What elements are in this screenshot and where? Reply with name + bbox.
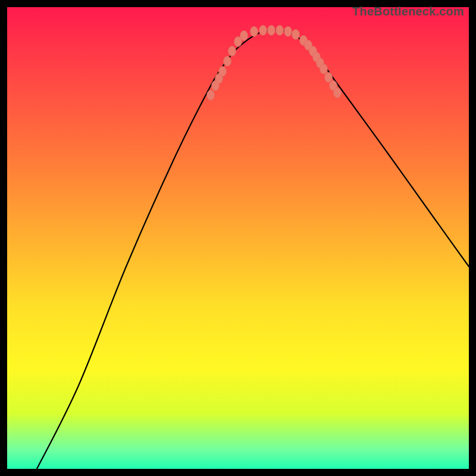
chart-frame: TheBottleneck.com [0,0,476,476]
curve-marker [259,26,267,36]
curve-marker [334,88,342,98]
curve-marker [320,64,328,74]
curve-marker [250,27,258,37]
curve-marker [240,31,248,41]
curve-marker [224,57,231,67]
curve-marker [284,27,292,37]
bottleneck-curve-line [37,30,469,469]
curve-marker [292,30,300,40]
curve-marker [325,73,333,83]
bottleneck-chart [7,7,469,469]
curve-marker [228,46,236,57]
curve-marker [207,90,215,101]
curve-marker [268,26,275,36]
curve-marker [276,26,284,36]
highlight-markers [207,26,342,101]
curve-marker [219,67,227,77]
